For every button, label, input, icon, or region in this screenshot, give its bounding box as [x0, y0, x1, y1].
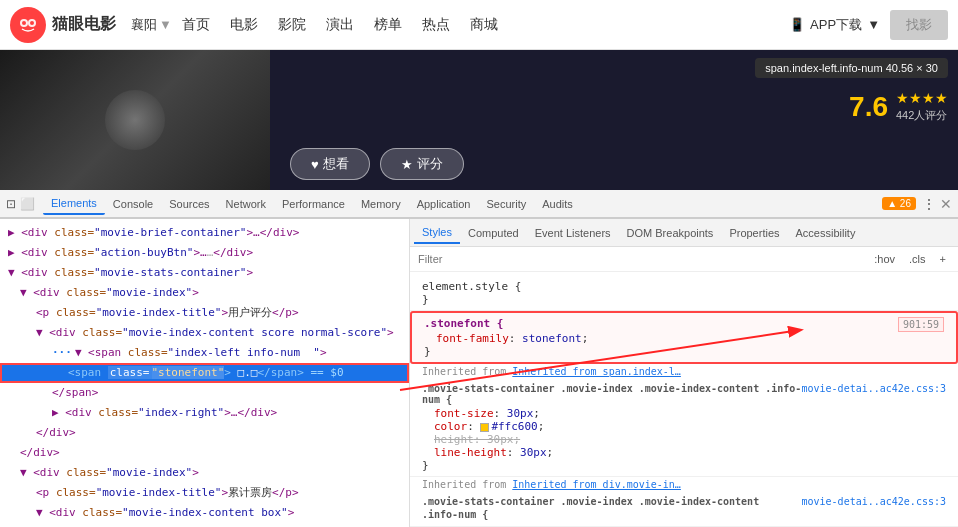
dom-line-9[interactable]: </span>	[0, 383, 409, 403]
nav-logo: 猫眼电影	[10, 7, 116, 43]
inherited-block-1: movie-detai..ac42e.css:3 .movie-stats-co…	[410, 379, 958, 477]
element-style-label: element.style {	[422, 280, 946, 293]
svg-point-3	[22, 21, 26, 25]
inherited-link-2[interactable]: Inherited from div.movie-in…	[512, 479, 681, 490]
nav-link-hot[interactable]: 热点	[422, 16, 450, 34]
app-arrow-icon: ▼	[867, 17, 880, 32]
tab-dom-breakpoints[interactable]: DOM Breakpoints	[619, 223, 722, 243]
score-count: 442人评分	[896, 108, 948, 123]
phone-icon: 📱	[789, 17, 805, 32]
element-style-close: }	[422, 293, 946, 306]
nav-app-download[interactable]: 📱 APP下载 ▼	[789, 16, 880, 34]
inherited-label-2: Inherited from Inherited from div.movie-…	[410, 477, 958, 492]
inherited-prop-1b: color: #ffc600;	[434, 420, 946, 433]
movie-poster	[0, 50, 270, 190]
movie-action-buttons: ♥ 想看 ★ 评分	[290, 148, 938, 180]
search-button[interactable]: 找影	[890, 10, 948, 40]
nav-link-cinemas[interactable]: 影院	[278, 16, 306, 34]
tab-security[interactable]: Security	[478, 194, 534, 214]
tab-computed[interactable]: Computed	[460, 223, 527, 243]
score-right: ★★★★ 442人评分	[896, 90, 948, 123]
dom-line-15[interactable]: ▼ <div class="movie-index-content box">	[0, 503, 409, 523]
tab-properties[interactable]: Properties	[721, 223, 787, 243]
tab-audits[interactable]: Audits	[534, 194, 581, 214]
nav-link-rankings[interactable]: 榜单	[374, 16, 402, 34]
dom-line-3[interactable]: ▼ <div class="movie-stats-container">	[0, 263, 409, 283]
inherited-link-1[interactable]: Inherited from span.index-l…	[512, 366, 681, 377]
location-arrow-icon: ▼	[159, 17, 172, 32]
movie-poster-decoration	[105, 90, 165, 150]
tab-console[interactable]: Console	[105, 194, 161, 214]
tab-performance[interactable]: Performance	[274, 194, 353, 214]
dom-line-13[interactable]: ▼ <div class="movie-index">	[0, 463, 409, 483]
styles-filter-bar: :hov .cls +	[410, 247, 958, 272]
dom-line-12[interactable]: </div>	[0, 443, 409, 463]
star-rating: ★★★★	[896, 90, 948, 106]
dom-line-1[interactable]: ▶ <div class="movie-brief-container">…</…	[0, 223, 409, 243]
styles-content: element.style { } 901:59 .stonefont { fo…	[410, 272, 958, 527]
nav-location[interactable]: 襄阳 ▼	[131, 16, 172, 34]
warning-badge: ▲ 26	[882, 197, 916, 210]
device-toolbar-icon[interactable]: ⬜	[20, 197, 35, 211]
cls-button[interactable]: .cls	[905, 251, 930, 267]
tab-application[interactable]: Application	[409, 194, 479, 214]
logo-text: 猫眼电影	[52, 14, 116, 35]
inherited-block-2: movie-detai..ac42e.css:3 .movie-stats-co…	[410, 492, 958, 527]
tab-event-listeners[interactable]: Event Listeners	[527, 223, 619, 243]
tab-network[interactable]: Network	[218, 194, 274, 214]
inherited-source-2[interactable]: movie-detai..ac42e.css:3	[802, 496, 947, 507]
score-box: 7.6 ★★★★ 442人评分	[849, 90, 948, 123]
devtools-close-icon[interactable]: ✕	[940, 196, 952, 212]
styles-panel: Styles Computed Event Listeners DOM Brea…	[410, 219, 958, 527]
dom-line-16[interactable]: <span class="stonefont">□□□□□</span>	[0, 523, 409, 527]
watch-button[interactable]: ♥ 想看	[290, 148, 370, 180]
dom-line-5[interactable]: <p class="movie-index-title">用户评分</p>	[0, 303, 409, 323]
dom-line-11[interactable]: </div>	[0, 423, 409, 443]
inherited-source-1[interactable]: movie-detai..ac42e.css:3	[802, 383, 947, 394]
dom-line-10[interactable]: ▶ <div class="index-right">…</div>	[0, 403, 409, 423]
stonefont-selector[interactable]: .stonefont {	[424, 317, 944, 330]
svg-point-0	[15, 12, 41, 38]
devtools-panels: ▶ <div class="movie-brief-container">…</…	[0, 218, 958, 527]
devtools-main-toolbar: ⊡ ⬜ Elements Console Sources Network Per…	[0, 190, 958, 218]
logo-icon	[10, 7, 46, 43]
nav-bar: 猫眼电影 襄阳 ▼ 首页 电影 影院 演出 榜单 热点 商城 📱 APP下载 ▼…	[0, 0, 958, 50]
dom-line-14[interactable]: <p class="movie-index-title">累计票房</p>	[0, 483, 409, 503]
tab-sources[interactable]: Sources	[161, 194, 217, 214]
hov-button[interactable]: :hov	[870, 251, 899, 267]
inherited-prop-1a: font-size: 30px;	[434, 407, 946, 420]
heart-icon: ♥	[311, 157, 319, 172]
dom-line-6[interactable]: ▼ <div class="movie-index-content score …	[0, 323, 409, 343]
nav-link-movies[interactable]: 电影	[230, 16, 258, 34]
tab-styles[interactable]: Styles	[414, 222, 460, 244]
devtools-more-icon[interactable]: ⋮	[922, 196, 936, 212]
add-style-button[interactable]: +	[936, 251, 950, 267]
content-area: ♥ 想看 ★ 评分 span.index-left.info-num 40.56…	[0, 50, 958, 190]
score-number: 7.6	[849, 91, 888, 123]
nav-link-home[interactable]: 首页	[182, 16, 210, 34]
tab-elements[interactable]: Elements	[43, 193, 105, 215]
inherited-prop-1c: height: 30px;	[434, 433, 946, 446]
inspect-element-icon[interactable]: ⊡	[6, 197, 16, 211]
inherited-selector-2b[interactable]: .info-num {	[422, 509, 946, 520]
stonefont-prop: font-family: stonefont;	[436, 332, 944, 345]
inherited-label-1: Inherited from Inherited from span.index…	[410, 364, 958, 379]
styles-tab-bar: Styles Computed Event Listeners DOM Brea…	[410, 219, 958, 247]
dom-line-selected[interactable]: <span class="stonefont"> □.□</span> == $…	[0, 363, 409, 383]
svg-point-4	[30, 21, 34, 25]
dom-tree: ▶ <div class="movie-brief-container">…</…	[0, 219, 409, 527]
tab-accessibility[interactable]: Accessibility	[788, 223, 864, 243]
dom-line-7[interactable]: ···▼ <span class="index-left info-num ">	[0, 343, 409, 363]
dom-panel: ▶ <div class="movie-brief-container">…</…	[0, 219, 410, 527]
line-number: 901:59	[898, 317, 944, 332]
stonefont-style-block: 901:59 .stonefont { font-family: stonefo…	[410, 311, 958, 364]
tab-memory[interactable]: Memory	[353, 194, 409, 214]
star-icon: ★	[401, 157, 413, 172]
nav-link-shows[interactable]: 演出	[326, 16, 354, 34]
styles-filter-input[interactable]	[418, 253, 864, 265]
rate-button[interactable]: ★ 评分	[380, 148, 464, 180]
movie-poster-inner	[0, 50, 270, 190]
dom-line-2[interactable]: ▶ <div class="action-buyBtn">……</div>	[0, 243, 409, 263]
nav-link-mall[interactable]: 商城	[470, 16, 498, 34]
dom-line-4[interactable]: ▼ <div class="movie-index">	[0, 283, 409, 303]
